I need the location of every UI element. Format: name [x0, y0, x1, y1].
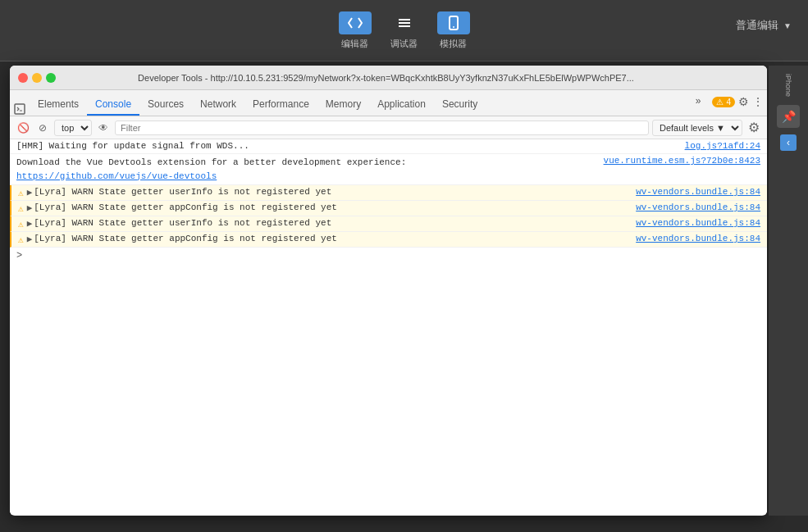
more-tabs-button[interactable]: »	[687, 91, 710, 112]
simulator-button[interactable]	[437, 11, 470, 34]
log-source[interactable]: vue.runtime.esm.js?72b0e:8423	[604, 156, 760, 166]
tabs-right: » ⚠ 4 ⚙ ⋮	[687, 91, 764, 116]
console-content: [HMR] Waiting for update signal from WDS…	[10, 139, 767, 515]
tabs-bar: Elements Console Sources Network Perform…	[10, 90, 767, 116]
expand-arrow[interactable]: ▶	[27, 187, 33, 198]
log-text: [Lyra] WARN State getter userInfo is not…	[34, 218, 629, 228]
log-source[interactable]: log.js?1afd:24	[685, 141, 760, 151]
warn-icon: ⚠	[18, 234, 24, 245]
pin-button[interactable]: 📌	[777, 105, 800, 128]
debugger-label: 调试器	[388, 38, 421, 50]
collapse-panel-button[interactable]: ‹	[780, 134, 797, 151]
warn-icon: ⚠	[18, 219, 24, 230]
toolbar-labels: 编辑器 调试器 模拟器	[339, 38, 470, 50]
log-line: [HMR] Waiting for update signal from WDS…	[10, 139, 767, 154]
log-source[interactable]: wv-vendors.bundle.js:84	[636, 218, 760, 228]
vue-devtools-link[interactable]: https://github.com/vuejs/vue-devtools	[16, 171, 217, 181]
context-selector[interactable]: top	[54, 120, 92, 136]
tab-network[interactable]: Network	[192, 94, 244, 116]
tab-memory[interactable]: Memory	[317, 94, 369, 116]
tab-elements[interactable]: Elements	[30, 94, 87, 116]
settings-icon[interactable]: ⚙	[738, 95, 749, 108]
top-toolbar: 编辑器 调试器 模拟器 普通编辑 ▼	[0, 0, 808, 61]
log-line: Download the Vue Devtools extension for …	[10, 154, 767, 185]
clear-console-button[interactable]: 🚫	[15, 120, 31, 136]
svg-rect-5	[15, 104, 25, 114]
edit-mode-dropdown[interactable]: ▼	[783, 21, 792, 30]
tab-application[interactable]: Application	[369, 94, 434, 116]
log-source[interactable]: wv-vendors.bundle.js:84	[636, 187, 760, 197]
titlebar-text: Developer Tools - http://10.10.5.231:952…	[13, 73, 759, 83]
toolbar-right: 普通编辑 ▼	[736, 18, 792, 33]
log-text: [Lyra] WARN State getter appConfig is no…	[34, 234, 629, 243]
log-text: [HMR] Waiting for update signal from WDS…	[16, 141, 678, 151]
filter-input[interactable]	[115, 120, 649, 135]
tab-performance[interactable]: Performance	[244, 94, 317, 116]
log-source[interactable]: wv-vendors.bundle.js:84	[636, 234, 760, 243]
console-toolbar: 🚫 ⊘ top 👁 Default levels ▼ ⚙	[10, 116, 767, 139]
log-levels-selector[interactable]: Default levels ▼	[652, 120, 742, 136]
expand-arrow[interactable]: ▶	[27, 234, 33, 244]
simulator-label: 模拟器	[437, 38, 470, 50]
more-options-icon[interactable]: ⋮	[752, 95, 764, 108]
eye-button[interactable]: 👁	[95, 120, 112, 136]
warn-icon: ⚠	[18, 203, 24, 214]
iphone-label: iPhone	[784, 74, 792, 97]
warn-log-line: ⚠ ▶ [Lyra] WARN State getter userInfo is…	[10, 185, 767, 201]
warning-badge: ⚠ 4	[712, 97, 735, 107]
warning-badge-icon: ⚠	[716, 98, 724, 107]
inspector-icon[interactable]	[13, 102, 26, 116]
warn-icon: ⚠	[18, 188, 24, 198]
expand-arrow[interactable]: ▶	[27, 202, 33, 213]
expand-arrow[interactable]: ▶	[27, 218, 33, 229]
devtools-window: Developer Tools - http://10.10.5.231:952…	[10, 66, 767, 516]
titlebar: Developer Tools - http://10.10.5.231:952…	[10, 66, 767, 90]
edit-mode-label: 普通编辑	[736, 18, 778, 33]
warning-badge-count: 4	[726, 98, 731, 107]
editor-button[interactable]	[339, 11, 372, 34]
editor-label: 编辑器	[339, 38, 372, 50]
debugger-button[interactable]	[388, 11, 421, 34]
log-source[interactable]: wv-vendors.bundle.js:84	[636, 202, 760, 212]
tab-sources[interactable]: Sources	[139, 94, 192, 116]
tab-console[interactable]: Console	[87, 94, 139, 116]
log-text: [Lyra] WARN State getter appConfig is no…	[34, 202, 629, 212]
console-settings-icon[interactable]: ⚙	[746, 120, 762, 136]
warn-log-line: ⚠ ▶ [Lyra] WARN State getter appConfig i…	[10, 232, 767, 248]
toolbar-buttons	[339, 11, 470, 34]
console-prompt[interactable]: >	[10, 248, 767, 264]
tab-security[interactable]: Security	[434, 94, 486, 116]
filter-toggle-button[interactable]: ⊘	[34, 120, 51, 136]
right-panel: iPhone 📌 ‹	[769, 66, 808, 516]
warn-log-line: ⚠ ▶ [Lyra] WARN State getter appConfig i…	[10, 201, 767, 216]
warn-log-line: ⚠ ▶ [Lyra] WARN State getter userInfo is…	[10, 216, 767, 232]
log-text: [Lyra] WARN State getter userInfo is not…	[34, 187, 629, 197]
log-text: Download the Vue Devtools extension for …	[16, 156, 597, 183]
